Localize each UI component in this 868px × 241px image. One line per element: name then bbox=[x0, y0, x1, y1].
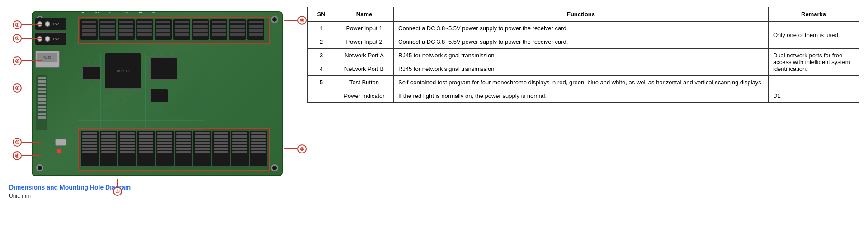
terminal-screw bbox=[45, 36, 50, 42]
left-panel: J8J7J6J5J4J3 bbox=[0, 0, 298, 241]
cell-sn-3: 3 bbox=[308, 49, 335, 62]
cell-name-6: Power Indicator bbox=[335, 89, 394, 103]
cell-sn-5: 5 bbox=[308, 76, 335, 89]
connector-block bbox=[247, 19, 264, 40]
label-circle-8-bottom: ⑧ bbox=[297, 144, 307, 153]
cell-remark-6: D1 bbox=[769, 89, 859, 103]
cell-remark-3-4: Dual network ports for free access with … bbox=[769, 49, 859, 76]
bottom-connector-block bbox=[100, 131, 118, 166]
led-indicator bbox=[57, 149, 61, 153]
label-circle-5: ⑤ bbox=[13, 138, 22, 147]
table-row: Power Indicator If the red light is norm… bbox=[308, 89, 859, 103]
cell-remark-1-2: Only one of them is used. bbox=[769, 22, 859, 49]
label-6: ⑥ bbox=[13, 151, 42, 160]
cell-remark-5 bbox=[769, 76, 859, 89]
label-3: ③ bbox=[13, 56, 42, 65]
arrow-4 bbox=[22, 88, 42, 88]
dimensions-section: Dimensions and Mounting Hole Diagram Uni… bbox=[9, 184, 289, 199]
arrow-2 bbox=[22, 38, 42, 39]
label-2: ② bbox=[13, 34, 42, 43]
bottom-connector-block bbox=[175, 131, 193, 166]
cell-name-1: Power Input 1 bbox=[335, 22, 394, 35]
connector-block bbox=[173, 19, 190, 40]
cell-func-2: Connect a DC 3.8~5.5V power supply to po… bbox=[394, 35, 769, 49]
arrow-1 bbox=[22, 24, 42, 25]
unit-label: Unit: mm bbox=[9, 193, 289, 199]
header-remarks: Remarks bbox=[769, 7, 859, 22]
bottom-connector-block bbox=[212, 131, 230, 166]
bottom-connector-block bbox=[193, 131, 211, 166]
label-circle-3: ③ bbox=[13, 56, 22, 65]
label-circle-1: ① bbox=[13, 20, 22, 29]
bottom-connectors bbox=[78, 128, 270, 171]
arrow-6 bbox=[22, 155, 42, 156]
cell-sn-4: 4 bbox=[308, 62, 335, 76]
cell-sn-6 bbox=[308, 89, 335, 103]
mounting-hole bbox=[271, 164, 278, 171]
table-row: 3 Network Port A RJ45 for network signal… bbox=[308, 49, 859, 62]
label-circle-7: ⑦ bbox=[113, 187, 122, 196]
connector-block bbox=[155, 19, 172, 40]
bottom-connector-block bbox=[137, 131, 155, 166]
arrow-7-vert bbox=[117, 179, 118, 187]
table-header-row: SN Name Functions Remarks bbox=[308, 7, 859, 22]
cell-name-4: Network Port B bbox=[335, 62, 394, 76]
mounting-hole bbox=[36, 164, 43, 171]
cell-func-6: If the red light is normally on, the pow… bbox=[394, 89, 769, 103]
cell-name-3: Network Port A bbox=[335, 49, 394, 62]
mounting-hole bbox=[271, 16, 278, 23]
arrow-3 bbox=[22, 60, 42, 61]
label-circle-6: ⑥ bbox=[13, 151, 22, 160]
connector-block bbox=[210, 19, 227, 40]
bottom-connector-block bbox=[81, 131, 99, 166]
pcb-board: J8J7J6J5J4J3 bbox=[32, 11, 283, 176]
table-row: 1 Power Input 1 Connect a DC 3.8~5.5V po… bbox=[308, 22, 859, 35]
label-circle-2: ② bbox=[13, 34, 22, 43]
bottom-connector-block bbox=[250, 131, 268, 166]
arrow-8-bottom bbox=[284, 148, 297, 149]
cell-name-2: Power Input 2 bbox=[335, 35, 394, 49]
test-button bbox=[55, 139, 66, 146]
label-1: ① bbox=[13, 20, 42, 29]
connector-block bbox=[99, 19, 116, 40]
bottom-connector-block bbox=[118, 131, 136, 166]
label-7: ⑦ bbox=[113, 179, 122, 196]
connector-block bbox=[192, 19, 209, 40]
connector-block bbox=[229, 19, 246, 40]
bottom-connector-block bbox=[231, 131, 249, 166]
connector-block bbox=[118, 19, 135, 40]
connector-block bbox=[136, 19, 153, 40]
cell-func-1: Connect a DC 3.8~5.5V power supply to po… bbox=[394, 22, 769, 35]
label-8-top: ⑧ bbox=[284, 16, 307, 25]
arrow-5 bbox=[22, 142, 42, 143]
specs-table: SN Name Functions Remarks 1 Power Input … bbox=[307, 7, 859, 103]
cell-func-5: Self-contained test program for four mon… bbox=[394, 76, 769, 89]
cell-sn-1: 1 bbox=[308, 22, 335, 35]
connector-block bbox=[80, 19, 98, 40]
arrow-8-top bbox=[284, 20, 297, 21]
dimensions-title: Dimensions and Mounting Hole Diagram bbox=[9, 184, 289, 191]
cell-sn-2: 2 bbox=[308, 35, 335, 49]
header-sn: SN bbox=[308, 7, 335, 22]
header-name: Name bbox=[335, 7, 394, 22]
cell-func-3: RJ45 for network signal transmission. bbox=[394, 49, 769, 62]
board-diagram-container: J8J7J6J5J4J3 bbox=[9, 9, 285, 178]
label-circle-8-top: ⑧ bbox=[297, 16, 307, 25]
label-4: ④ bbox=[13, 83, 42, 93]
top-connectors: J8J7J6J5J4J3 bbox=[78, 17, 270, 44]
table-row: 5 Test Button Self-contained test progra… bbox=[308, 76, 859, 89]
right-panel: SN Name Functions Remarks 1 Power Input … bbox=[298, 0, 868, 241]
cell-func-4: RJ45 for network signal transmission. bbox=[394, 62, 769, 76]
bottom-connector-block bbox=[156, 131, 174, 166]
label-5: ⑤ bbox=[13, 138, 42, 147]
cell-name-5: Test Button bbox=[335, 76, 394, 89]
terminal-screw bbox=[45, 21, 50, 27]
label-circle-4: ④ bbox=[13, 83, 22, 93]
label-8-bottom: ⑧ bbox=[284, 144, 307, 153]
header-functions: Functions bbox=[394, 7, 769, 22]
